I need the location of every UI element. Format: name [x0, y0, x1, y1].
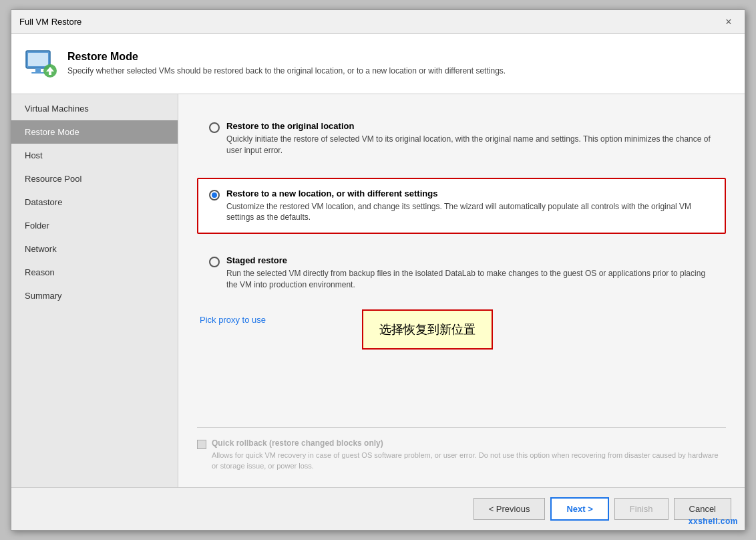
previous-button[interactable]: < Previous [474, 498, 546, 520]
finish-button[interactable]: Finish [614, 498, 669, 520]
restore-icon [25, 48, 57, 80]
main-content: Virtual Machines Restore Mode Host Resou… [11, 94, 745, 487]
footer: < Previous Next > Finish Cancel [11, 487, 745, 530]
annotation-text: 选择恢复到新位置 [379, 323, 476, 336]
option-original-location[interactable]: Restore to the original location Quickly… [197, 110, 726, 167]
sidebar-item-summary[interactable]: Summary [11, 284, 178, 307]
rollback-checkbox[interactable] [197, 440, 206, 449]
svg-rect-3 [31, 72, 45, 74]
spacer [197, 360, 726, 416]
header-text: Restore Mode Specify whether selected VM… [67, 51, 506, 77]
option-staged-restore[interactable]: Staged restore Run the selected VM direc… [197, 245, 726, 301]
watermark: xxshell.com [689, 517, 738, 526]
header-description: Specify whether selected VMs should be r… [67, 65, 506, 77]
close-button[interactable]: × [721, 14, 737, 30]
sidebar-item-folder[interactable]: Folder [11, 214, 178, 237]
title-bar: Full VM Restore × [11, 10, 745, 34]
svg-rect-1 [28, 53, 48, 66]
rollback-section: Quick rollback (restore changed blocks o… [197, 427, 726, 471]
sidebar-item-resource-pool[interactable]: Resource Pool [11, 167, 178, 190]
option-new-location-description: Customize the restored VM location, and … [226, 201, 714, 224]
sidebar-item-restore-mode[interactable]: Restore Mode [11, 120, 178, 144]
header-title: Restore Mode [67, 51, 506, 63]
option-original-label: Restore to the original location [226, 121, 714, 131]
option-new-location-label: Restore to a new location, or with diffe… [226, 188, 714, 198]
header-section: Restore Mode Specify whether selected VM… [11, 34, 745, 94]
rollback-description: Allows for quick VM recovery in case of … [212, 450, 726, 471]
radio-staged[interactable] [209, 257, 220, 267]
radio-new-location[interactable] [209, 190, 220, 200]
sidebar-item-reason[interactable]: Reason [11, 261, 178, 284]
svg-rect-2 [35, 68, 41, 72]
rollback-title: Quick rollback (restore changed blocks o… [212, 438, 726, 448]
rollback-text: Quick rollback (restore changed blocks o… [212, 438, 726, 471]
annotation-box: 选择恢复到新位置 [362, 309, 493, 350]
dialog-title: Full VM Restore [19, 17, 81, 27]
sidebar-item-network[interactable]: Network [11, 237, 178, 261]
sidebar-item-virtual-machines[interactable]: Virtual Machines [11, 97, 178, 120]
radio-original[interactable] [209, 122, 220, 133]
next-button[interactable]: Next > [550, 497, 608, 521]
option-new-location-text: Restore to a new location, or with diffe… [226, 188, 714, 224]
option-staged-label: Staged restore [226, 255, 714, 265]
sidebar-item-host[interactable]: Host [11, 144, 178, 167]
option-original-text: Restore to the original location Quickly… [226, 121, 714, 156]
option-original-description: Quickly initiate the restore of selected… [226, 134, 714, 156]
pick-proxy-link[interactable]: Pick proxy to use [200, 315, 266, 325]
right-panel: Restore to the original location Quickly… [178, 94, 745, 487]
sidebar-item-datastore[interactable]: Datastore [11, 190, 178, 214]
rollback-label-row: Quick rollback (restore changed blocks o… [197, 438, 726, 471]
option-staged-description: Run the selected VM directly from backup… [226, 268, 714, 291]
option-staged-text: Staged restore Run the selected VM direc… [226, 255, 714, 291]
proxy-annotation-row: Pick proxy to use 选择恢复到新位置 [197, 315, 726, 350]
radio-new-location-fill [212, 192, 217, 198]
full-vm-restore-dialog: Full VM Restore × Restore Mode [11, 9, 745, 531]
sidebar: Virtual Machines Restore Mode Host Resou… [11, 94, 178, 487]
option-new-location[interactable]: Restore to a new location, or with diffe… [197, 178, 726, 235]
